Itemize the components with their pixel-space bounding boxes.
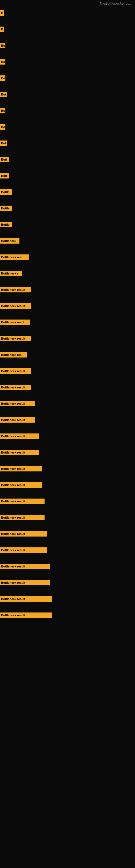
list-item: B <box>0 24 135 41</box>
bottleneck-label: Bo <box>0 124 5 130</box>
list-item: Bo <box>0 73 135 90</box>
list-item: Bottleneck result <box>0 561 135 578</box>
list-item: Bot <box>0 138 135 155</box>
list-item: Bottleneck result <box>0 431 135 447</box>
bottleneck-label: Bo <box>0 59 5 65</box>
list-item: Bo <box>0 106 135 122</box>
list-item: Bottleneck result <box>0 464 135 480</box>
bottleneck-label: Bottleneck result <box>0 547 47 553</box>
list-item: Bottleneck result <box>0 301 135 317</box>
bottleneck-label: Bo <box>0 108 5 113</box>
bottleneck-label: Bottleneck result <box>0 336 31 341</box>
bottleneck-label: Bottleneck result <box>0 466 42 471</box>
bottleneck-label: Bottleneck result <box>0 596 52 601</box>
list-item: Bottleneck res <box>0 350 135 366</box>
bottleneck-label: Bott <box>0 157 9 162</box>
list-item: Bottleneck r <box>0 269 135 285</box>
bottleneck-label: Bottleneck <box>0 238 19 244</box>
bottleneck-label: Bottleneck res <box>0 352 27 358</box>
list-item: Bottleneck <box>0 236 135 252</box>
bottleneck-label: Bo <box>0 75 5 81</box>
bottleneck-label: B <box>0 10 4 16</box>
list-item: Bottleneck result <box>0 610 135 627</box>
bottleneck-label: Bott <box>0 173 9 179</box>
bottleneck-label: Bottleneck result <box>0 433 39 439</box>
bottleneck-label: Bottleneck result <box>0 303 31 309</box>
list-item: Bott <box>0 155 135 171</box>
list-item: Bottleneck resul <box>0 317 135 334</box>
bottleneck-label: Bottleneck result <box>0 482 42 488</box>
bottleneck-label: Bottleneck result <box>0 417 35 423</box>
list-item: Bottle <box>0 204 135 220</box>
list-item: Bottleneck result <box>0 578 135 594</box>
list-item: Bot <box>0 90 135 106</box>
list-item: Bottleneck result <box>0 399 135 415</box>
bottleneck-label: Bo <box>0 43 5 48</box>
list-item: Bottleneck result <box>0 496 135 513</box>
main-container: BBBoBoBoBotBoBoBotBottBottBottleBottleBo… <box>0 0 135 627</box>
bottleneck-label: Bottleneck resul <box>0 319 30 325</box>
list-item: Bottleneck result <box>0 594 135 610</box>
list-item: Bottleneck result <box>0 545 135 561</box>
list-item: Bottleneck result <box>0 529 135 545</box>
list-item: Bottleneck result <box>0 382 135 399</box>
list-item: Bottleneck result <box>0 447 135 464</box>
list-item: Bottle <box>0 187 135 204</box>
list-item: Bottleneck result <box>0 513 135 529</box>
list-item: Bott <box>0 171 135 187</box>
list-item: Bottleneck result <box>0 285 135 301</box>
bottleneck-label: Bottleneck result <box>0 499 45 504</box>
bottleneck-label: Bottle <box>0 222 12 227</box>
bottleneck-label: Bottle <box>0 189 12 195</box>
bottleneck-label: Bottleneck r <box>0 271 22 276</box>
list-item: B <box>0 8 135 24</box>
list-item: Bottleneck resu <box>0 252 135 269</box>
list-item: Bo <box>0 57 135 73</box>
bottleneck-label: Bottle <box>0 206 12 211</box>
list-item: Bottleneck result <box>0 366 135 382</box>
site-title: TheBottlenecker.com <box>99 1 132 5</box>
list-item: Bo <box>0 122 135 138</box>
list-item: Bottleneck result <box>0 480 135 496</box>
bottleneck-label: Bottleneck result <box>0 580 50 585</box>
list-item: Bottleneck result <box>0 334 135 350</box>
bottleneck-label: Bottleneck result <box>0 564 50 569</box>
bottleneck-label: Bot <box>0 92 7 97</box>
bottleneck-label: Bottleneck resu <box>0 254 29 260</box>
bottleneck-label: Bottleneck result <box>0 368 31 374</box>
bottleneck-label: B <box>0 27 4 32</box>
bottleneck-label: Bottleneck result <box>0 450 39 455</box>
bottleneck-label: Bottleneck result <box>0 515 45 520</box>
bottleneck-label: Bot <box>0 141 7 146</box>
bottleneck-label: Bottleneck result <box>0 613 52 618</box>
bottleneck-label: Bottleneck result <box>0 401 35 406</box>
list-item: Bottle <box>0 220 135 236</box>
bottleneck-label: Bottleneck result <box>0 287 31 292</box>
bottleneck-label: Bottleneck result <box>0 531 47 536</box>
list-item: Bo <box>0 41 135 57</box>
bottleneck-label: Bottleneck result <box>0 384 31 390</box>
list-item: Bottleneck result <box>0 415 135 431</box>
